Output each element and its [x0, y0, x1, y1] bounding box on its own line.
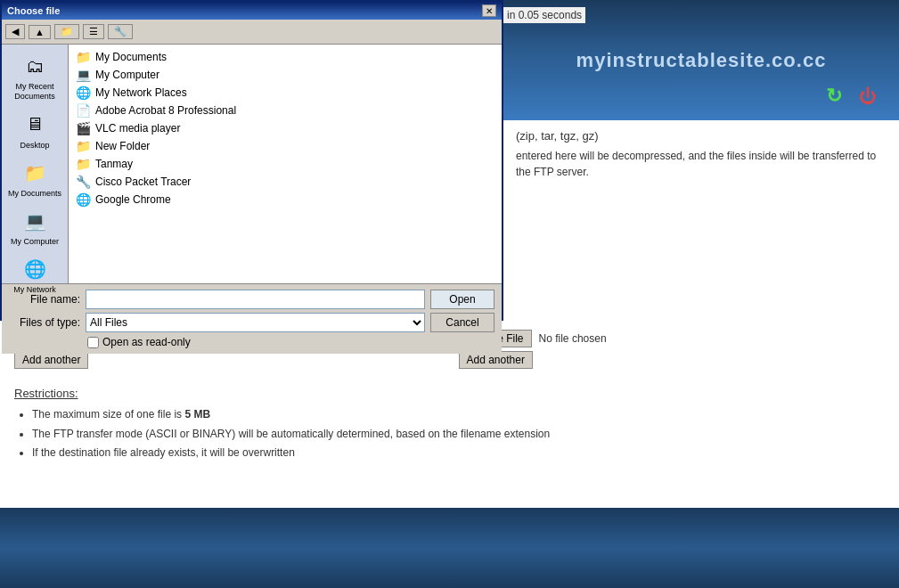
file-name-8: Google Chrome [95, 193, 171, 206]
up-button[interactable]: ▲ [29, 25, 51, 39]
file-name-3: Adobe Acrobat 8 Professional [95, 104, 236, 117]
list-item[interactable]: 🔧 Cisco Packet Tracer [72, 173, 498, 191]
filetype-row: Files of type: All Files Cancel [9, 313, 494, 332]
restrictions-section: Restrictions: The maximum size of one fi… [14, 387, 885, 463]
file-icon-4: 🎬 [76, 121, 90, 135]
network-icon: 🌐 [20, 255, 49, 283]
status-text: in 0.05 seconds [503, 7, 585, 23]
list-item[interactable]: 🌐 Google Chrome [72, 191, 498, 208]
place-desktop-label: Desktop [20, 141, 49, 150]
dialog-toolbar: ◀ ▲ 📁 ☰ 🔧 [2, 20, 502, 45]
place-network[interactable]: 🌐 My Network [2, 251, 68, 298]
dialog-main: 🗂 My RecentDocuments 🖥 Desktop 📁 My Docu… [2, 45, 502, 283]
footer-bar [0, 508, 899, 588]
dialog-close-button[interactable]: ✕ [482, 4, 496, 17]
file-name-5: New Folder [95, 140, 150, 152]
file-name-1: My Computer [95, 69, 159, 81]
filename-input[interactable] [86, 290, 425, 309]
list-item[interactable]: 📁 New Folder [72, 137, 498, 155]
max-size-bold: 5 MB [184, 408, 210, 421]
place-desktop[interactable]: 🖥 Desktop [2, 107, 68, 153]
refresh-icon: ↻ [826, 85, 842, 108]
list-item[interactable]: 📁 My Documents [72, 48, 498, 66]
site-title: myinstructablesite.co.cc [576, 49, 827, 72]
compress-text: (zip, tar, tgz, gz) [516, 129, 887, 143]
list-item[interactable]: 📄 Adobe Acrobat 8 Professional [72, 102, 498, 119]
place-recent[interactable]: 🗂 My RecentDocuments [2, 48, 68, 105]
filetype-select[interactable]: All Files [86, 313, 425, 332]
list-item: The FTP transfer mode (ASCII or BINARY) … [32, 425, 885, 445]
header-icons: ↻ ⏻ [821, 83, 881, 110]
cancel-button[interactable]: Cancel [430, 313, 494, 332]
place-documents-label: My Documents [8, 189, 61, 199]
readonly-row: Open as read-only [87, 336, 494, 348]
view-button[interactable]: ☰ [83, 24, 104, 39]
file-name-2: My Network Places [95, 86, 187, 99]
list-item: If the destination file already exists, … [32, 444, 885, 463]
file-icon-7: 🔧 [76, 175, 90, 189]
documents-icon: 📁 [20, 159, 49, 187]
place-documents[interactable]: 📁 My Documents [2, 155, 68, 202]
filetype-label: Files of type: [9, 316, 80, 329]
dialog-bottom: File name: Open Files of type: All Files… [2, 283, 502, 354]
file-name-6: Tanmay [95, 158, 133, 170]
dialog-title: Choose file [7, 5, 60, 16]
file-name-4: VLC media player [95, 122, 180, 135]
add-another-row-right: Add another [459, 351, 886, 369]
upload-row-right: Choose File No file chosen [459, 330, 886, 347]
dialog-titlebar: Choose file ✕ [2, 2, 502, 20]
file-icon-5: 📁 [76, 139, 90, 153]
filename-label: File name: [9, 293, 80, 306]
power-button[interactable]: ⏻ [854, 83, 881, 110]
place-recent-label: My RecentDocuments [14, 82, 55, 102]
computer-icon: 💻 [20, 207, 49, 235]
transfer-text: entered here will be decompressed, and t… [516, 148, 887, 180]
new-folder-button[interactable]: 📁 [54, 24, 79, 39]
open-button[interactable]: Open [430, 290, 494, 309]
tools-button[interactable]: 🔧 [108, 24, 133, 39]
file-icon-0: 📁 [76, 50, 90, 64]
back-button[interactable]: ◀ [5, 24, 25, 39]
restrictions-title: Restrictions: [14, 387, 885, 400]
file-list[interactable]: 📁 My Documents 💻 My Computer 🌐 My Networ… [69, 45, 502, 283]
refresh-button[interactable]: ↻ [821, 83, 847, 110]
place-computer[interactable]: 💻 My Computer [2, 203, 68, 249]
recent-icon: 🗂 [20, 52, 49, 80]
desktop-icon: 🖥 [20, 110, 49, 139]
add-another-row-left: Add another [14, 351, 441, 369]
list-item[interactable]: 💻 My Computer [72, 66, 498, 84]
file-icon-1: 💻 [76, 68, 90, 82]
list-item: The maximum size of one file is 5 MB [32, 405, 885, 425]
filename-row: File name: Open [9, 290, 494, 309]
readonly-checkbox[interactable] [87, 337, 99, 348]
dialog-places: 🗂 My RecentDocuments 🖥 Desktop 📁 My Docu… [2, 45, 69, 283]
file-dialog: Choose file ✕ ◀ ▲ 📁 ☰ 🔧 🗂 My RecentDocum… [0, 0, 503, 321]
upload-col-right: Choose File No file chosen Add another [459, 330, 886, 369]
restriction-list: The maximum size of one file is 5 MB The… [32, 405, 885, 463]
place-computer-label: My Computer [11, 237, 59, 246]
no-file-text-right: No file chosen [539, 332, 607, 345]
add-another-button-right[interactable]: Add another [459, 351, 533, 369]
add-another-button-left[interactable]: Add another [14, 351, 88, 369]
file-icon-3: 📄 [76, 103, 90, 118]
file-icon-2: 🌐 [76, 86, 90, 100]
file-name-7: Cisco Packet Tracer [95, 176, 191, 188]
readonly-label: Open as read-only [102, 336, 191, 348]
list-item[interactable]: 📁 Tanmay [72, 155, 498, 173]
power-icon: ⏻ [859, 86, 877, 107]
file-icon-6: 📁 [76, 157, 90, 171]
list-item[interactable]: 🌐 My Network Places [72, 84, 498, 102]
file-icon-8: 🌐 [76, 192, 90, 207]
file-name-0: My Documents [95, 51, 167, 63]
list-item[interactable]: 🎬 VLC media player [72, 119, 498, 137]
